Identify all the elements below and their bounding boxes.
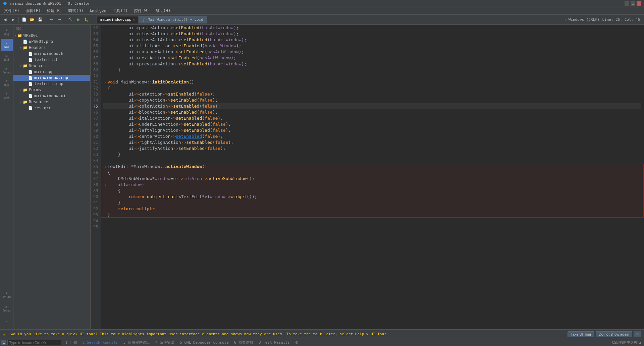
fold-spacer [103,98,107,104]
sidebar-project[interactable]: ⚙ 项目 [1,77,13,89]
dont-show-button[interactable]: Do not show again [596,331,632,337]
fold-arrow-icon[interactable]: ▾ [103,164,107,170]
status-encoding: ⬆ Windows (CRLF) [564,17,599,22]
code-line-62: ui->pasteAction->setEnabled(hasActWindow… [103,25,641,31]
tree-item-sources[interactable]: ▾📁Sources [13,63,90,69]
tree-item-forms[interactable]: ▾📁Forms [13,87,90,93]
sidebar-debug2[interactable]: ▶ Debug [1,302,13,314]
tree-file-icon: 📄 [28,76,33,80]
sidebar-debug[interactable]: ▶ Debug [1,64,13,76]
tree-items: ▾📁WPS001 📄WPS001.pro▾📁Headers 📄mainwindo… [13,33,90,111]
tree-arrow-icon: ▾ [19,88,23,92]
tab-function-icon: ƒ [143,17,145,22]
tree-item-wps001[interactable]: ▾📁WPS001 [13,33,90,39]
forward-button[interactable]: ▶ [9,16,17,23]
tree-item-wps001pro[interactable]: 📄WPS001.pro [13,39,90,45]
tree-item-mainwindowh[interactable]: 📄mainwindow.h [13,51,90,57]
code-line-73: ui->cutAction->setEnabled(false); [103,91,641,97]
code-line-75: ui->colorAction->setEnabled(false); [103,103,641,109]
edit-label: 编辑 [4,45,9,49]
status-arrow[interactable]: ▲ [639,340,641,345]
status-item-问题[interactable]: 1 问题 [65,340,77,345]
sidebar-edit[interactable]: ✏ 编辑 [1,39,13,51]
code-container[interactable]: 6263646566676869707172737475767778798081… [91,25,644,329]
close-button[interactable]: ✕ [637,1,641,6]
tree-item-headers[interactable]: ▾📁Headers [13,45,90,51]
save-button[interactable]: 💾 [37,16,44,23]
minimize-button[interactable]: — [625,1,629,6]
status-item-qmldebuggerconsole[interactable]: 5 QML Debugger Console [180,340,229,345]
tab-init-function[interactable]: ƒ MainWindow::init() → void [139,16,207,23]
menu-item-E[interactable]: 编辑(E) [23,7,44,14]
status-scroll-button[interactable]: ⊙ [295,340,298,345]
menu-item-B[interactable]: 构建(B) [44,7,65,14]
sidebar-welcome[interactable]: ⊞ 欢迎 [1,26,13,38]
tab-mainwindow-cpp[interactable]: mainwindow.cpp ✕ [97,16,139,23]
separator-4 [92,17,92,23]
status-item-编译输出[interactable]: 4 编译输出 [155,340,174,345]
status-position: Line: 25, Col: 46 [602,17,640,22]
tree-item-mainwindowui[interactable]: 📄mainwindow.ui [13,93,90,99]
code-line-83: } [103,152,641,158]
tree-item-resources[interactable]: ▾📁Resources [13,99,90,105]
separator-3 [65,17,65,23]
redo-button[interactable]: ↪ [56,16,63,23]
menu-item-F[interactable]: 文件(F) [1,7,22,14]
line-number-87: 87 [93,176,98,182]
new-button[interactable]: 📄 [20,16,28,23]
status-item-应用程序输出[interactable]: 3 应用程序输出 [123,340,150,345]
fold-arrow-icon[interactable]: ▾ [103,182,107,188]
tree-item-mainwindowcpp[interactable]: 📄mainwindow.cpp [13,75,90,81]
debug-run-button[interactable]: 🐛 [83,16,90,23]
status-item-testresults[interactable]: 8 Test Results [259,340,290,345]
undo-button[interactable]: ↩ [48,16,55,23]
status-item-searchresults[interactable]: 2 Search Results [83,340,118,345]
line-number-62: 62 [93,25,98,31]
tree-label: Headers [29,45,46,50]
sidebar-help[interactable]: ? 帮助 [1,90,13,102]
design-label: 设计 [4,58,9,62]
sidebar-output[interactable]: △ [1,316,13,328]
locate-input[interactable] [7,340,61,345]
status-left: ≡ [0,340,62,345]
status-filter-button[interactable]: ≡ [1,340,6,345]
tree-arrow-icon: ▾ [19,100,23,104]
open-button[interactable]: 📂 [29,16,36,23]
menu-item-D[interactable]: 调试(D) [65,7,86,14]
code-wrapper[interactable]: ui->pasteAction->setEnabled(hasActWindow… [101,25,644,329]
fold-spacer [103,140,107,146]
line-number-65: 65 [93,43,98,49]
tree-item-texteditcpp[interactable]: 📄textedit.cpp [13,81,90,87]
menu-item-T[interactable]: 工具(T) [110,7,130,14]
tree-arrow-icon: ▾ [19,46,23,50]
run-button[interactable]: ▶ [75,16,82,23]
menu-item-H[interactable]: 帮助(H) [153,7,173,14]
line-numbers: 6263646566676869707172737475767778798081… [91,25,101,329]
tab-close-icon[interactable]: ✕ [133,18,135,21]
back-button[interactable]: ◀ [1,16,9,23]
status-right-area: CSDN@图中之柳 ▲ [612,340,644,345]
maximize-button[interactable]: □ [631,1,635,6]
build-button[interactable]: 🔨 [67,16,74,23]
fold-spacer [103,134,107,140]
fold-arrow-icon[interactable]: ▾ [103,79,107,85]
menu-item-Analyze[interactable]: Analyze [87,8,109,14]
status-item-概要信息[interactable]: 6 概要信息 [234,340,253,345]
tree-label: WPS001.pro [29,39,53,44]
take-tour-button[interactable]: Take UI Tour [568,331,594,337]
line-number-75: 75 [93,103,98,109]
sidebar-fps001[interactable]: 🖥 FPS001 [1,289,13,301]
fold-spacer [103,194,107,200]
line-number-85: 85 [93,164,98,170]
fold-spacer [103,170,107,176]
fold-spacer [103,176,107,182]
menu-item-W[interactable]: 控件(W) [131,7,152,14]
tree-item-resqrc[interactable]: 📄res.qrc [13,105,90,111]
close-notification-button[interactable]: ✕ [634,331,641,337]
line-number-74: 74 [93,97,98,103]
code-content[interactable]: ui->pasteAction->setEnabled(hasActWindow… [101,25,644,230]
code-line-63: ui->closeAction->setEnabled(hasActWindow… [103,31,641,37]
tree-item-textedith[interactable]: 📄textedit.h [13,57,90,63]
tree-item-maincpp[interactable]: 📄main.cpp [13,69,90,75]
sidebar-design[interactable]: ◱ 设计 [1,52,13,64]
